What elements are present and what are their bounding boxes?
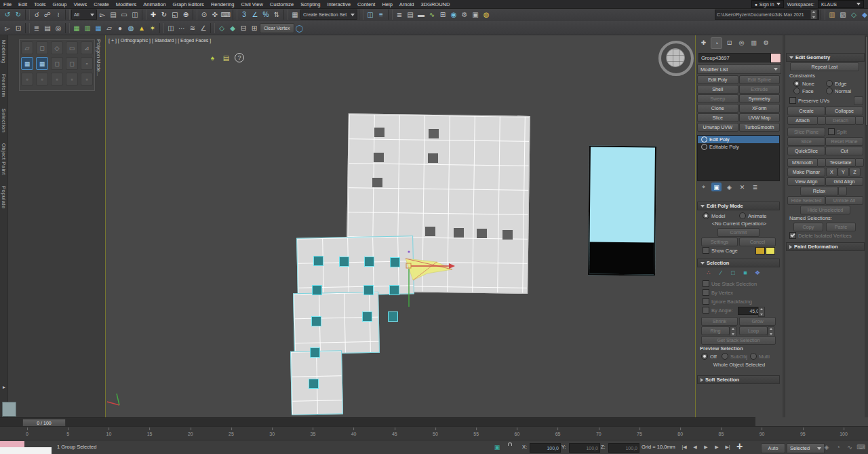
isolate-selection-toggle-icon[interactable]: ▣ [492,442,502,452]
modifier-button-clone[interactable]: Clone [697,104,738,113]
preserve-uvs-checkbox[interactable]: Preserve UVs [789,97,829,104]
tessellate-button[interactable]: Tessellate [825,158,856,167]
bind-to-space-warp-icon[interactable]: ≀ [53,10,64,20]
grid-snap-icon[interactable]: ▦ [71,22,82,33]
ribbon-tool-button[interactable]: ▫ [81,73,93,86]
scene-explorer-toggle-icon[interactable]: ≣ [31,22,42,33]
menu-group[interactable]: Group [50,1,71,7]
detach-button[interactable]: Detach [825,116,856,125]
scrollbar-thumb[interactable] [865,36,868,126]
star-tool-icon[interactable]: ✶ [147,22,158,33]
make-planar-y-button[interactable]: Y [837,168,849,176]
modify-tab-icon[interactable]: ◔ [711,37,722,49]
ribbon-tab-selection[interactable]: Selection [1,109,7,132]
relax-options-button[interactable] [838,187,847,195]
window-crossing-toggle-icon[interactable]: ◫ [130,10,140,20]
select-and-place-icon[interactable]: ⊕ [180,10,191,20]
modifier-button-symmetry[interactable]: Symmetry [739,94,781,103]
mirror-tool-icon[interactable]: ◫ [165,22,176,33]
ribbon-tool-button[interactable]: ▫ [51,73,63,86]
preserve-uvs-settings-button[interactable] [854,96,863,105]
align-icon[interactable]: ≡ [376,10,387,20]
loop-button[interactable]: Loop [739,326,768,335]
use-center-icon[interactable]: ⊙ [199,10,210,20]
clear-vertex-button[interactable]: Clear Vertex [260,23,294,33]
modifier-button-unwrap-uvw[interactable]: Unwrap UVW [697,123,738,132]
view-cube[interactable] [658,41,691,73]
polygon-subobject-icon[interactable]: ■ [741,268,750,277]
modifier-button-edit-spline[interactable]: Edit Spline [739,75,781,84]
select-and-move-icon[interactable]: ✚ [148,10,159,20]
ribbon-expand-icon[interactable]: ▸ [3,384,5,390]
modifier-button-shell[interactable]: Shell [697,85,738,94]
menu-content[interactable]: Content [354,1,378,7]
ribbon-tab-object-paint[interactable]: Object Paint [1,143,7,175]
interactive-render-icon[interactable]: ◆ [859,10,868,20]
plane-tool-icon[interactable]: ▱ [104,22,115,33]
menu-edit[interactable]: Edit [15,1,31,7]
attach-button[interactable]: Attach [787,116,818,125]
sphere-tool-icon[interactable]: ● [115,22,125,33]
menu-help[interactable]: Help [378,1,395,7]
geo-sphere-icon[interactable]: ◍ [125,22,136,33]
display-tab-icon[interactable]: ▥ [749,37,759,48]
redo-icon[interactable]: ↻ [13,10,24,20]
unhide-all-button[interactable]: Unhide All [825,196,863,205]
hide-unselected-button[interactable]: Hide Unselected [800,206,850,214]
get-stack-selection-button[interactable]: Get Stack Selection [701,336,776,345]
next-frame-icon[interactable]: ▶ [712,442,722,452]
menu-interactive[interactable]: Interactive [323,1,354,7]
open-containers-icon[interactable]: ▥ [827,10,837,20]
by-vertex-checkbox[interactable]: By Vertex [703,289,733,296]
previous-frame-icon[interactable]: ◀ [690,442,700,452]
vertex-subobject-icon[interactable]: ∴ [704,268,713,277]
select-and-manipulate-icon[interactable]: ✜ [210,10,220,20]
ribbon-tool-button[interactable]: ▫ [81,57,93,70]
menu-arnold[interactable]: Arnold [396,1,418,7]
slice-button[interactable]: Slice [787,137,825,146]
show-end-result-icon[interactable]: ▣ [711,183,722,191]
edit-named-selection-sets-icon[interactable]: ▦ [290,10,300,20]
track-bar[interactable]: 0510152025303540455055606570758085909510… [0,426,868,440]
workspace-dropdown[interactable]: KLAUS [818,0,864,8]
create-button[interactable]: Create [787,107,825,115]
measure-tool-icon[interactable]: ∠ [198,22,209,33]
isolate-tool-icon[interactable]: ◎ [53,22,64,33]
remove-modifier-icon[interactable]: ✕ [737,183,747,191]
spacing-tool-icon[interactable]: ≋ [187,22,198,33]
menu-graph-editors[interactable]: Graph Editors [170,1,208,7]
shrink-button[interactable]: Shrink [701,317,738,326]
preview-subobj-radio[interactable]: SubObj [722,353,747,360]
percent-snap-icon[interactable]: % [260,10,271,20]
by-angle-checkbox[interactable]: By Angle: [703,307,733,314]
z-coordinate-field[interactable]: 100,0 [608,443,639,453]
ribbon-tool-button[interactable]: ▫ [36,73,48,86]
constraint-face-radio[interactable]: Face [793,88,814,94]
selected-key-dropdown[interactable]: Selected [787,443,825,453]
view-align-button[interactable]: View Align [787,177,825,186]
visibility-icon[interactable] [701,144,707,150]
reset-plane-button[interactable]: Reset Plane [825,137,863,146]
spinner-snap-icon[interactable]: ⇅ [271,10,282,20]
schematic-view-icon[interactable]: ⊞ [437,10,448,20]
detach-tool-icon[interactable]: ⊞ [249,22,260,33]
modifier-button-sweep[interactable]: Sweep [697,94,738,103]
menu-create[interactable]: Create [90,1,113,7]
green-grid-icon[interactable]: ▥ [82,22,93,33]
ribbon-tab-populate[interactable]: Populate [1,186,7,209]
model-radio[interactable]: Model [703,212,725,219]
menu-views[interactable]: Views [70,1,90,7]
viewport-layout-button[interactable] [2,402,16,417]
modifier-button-extrude[interactable]: Extrude [739,85,781,94]
settings-button[interactable]: Settings [701,238,738,246]
stack-item-editable-poly[interactable]: Editable Poly [698,143,779,151]
menu-3dground[interactable]: 3DGROUND [418,1,454,7]
commit-button[interactable]: Commit [717,228,760,237]
split-checkbox[interactable]: Split [828,128,847,135]
notes-icon[interactable]: ▤ [221,53,231,63]
play-animation-icon[interactable]: ▶ [701,442,711,452]
ring-spinner[interactable] [730,326,736,337]
angle-spinner[interactable] [758,307,765,317]
render-production-icon[interactable]: ◍ [481,10,492,20]
weld-vertices-icon[interactable]: ◇ [216,22,227,33]
